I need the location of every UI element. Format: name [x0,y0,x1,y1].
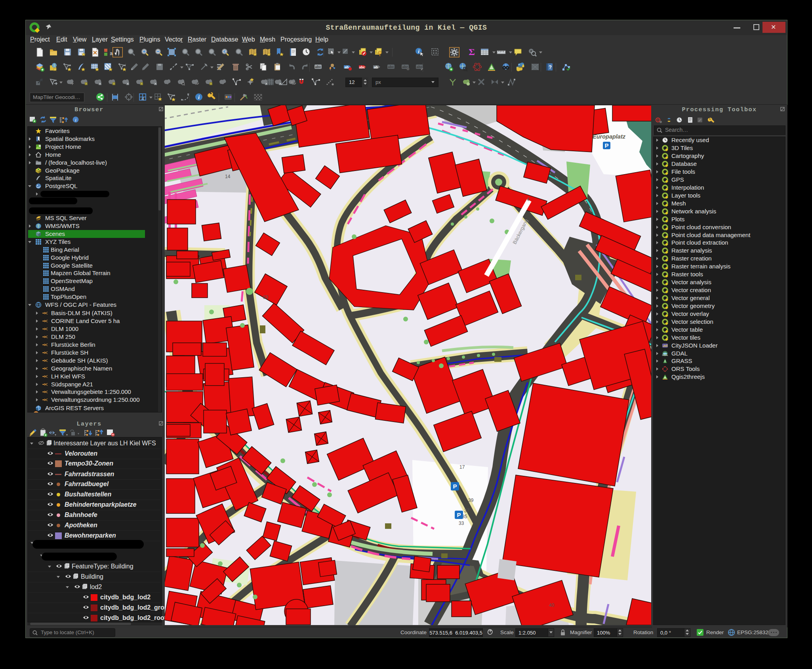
svg-text:33: 33 [459,521,464,526]
svg-text:abc: abc [315,65,321,69]
svg-text:17: 17 [459,464,465,470]
svg-text:P: P [453,483,457,490]
svg-text:abc: abc [388,65,394,69]
svg-text:Σ: Σ [469,47,475,57]
svg-text:abc: abc [416,65,423,69]
svg-text:37: 37 [464,508,470,513]
svg-text:39: 39 [468,498,474,503]
svg-text:abc: abc [359,65,365,69]
svg-text:ab: ab [374,65,378,69]
svg-text:83: 83 [263,295,269,300]
svg-text:i: i [198,94,200,100]
svg-text:i: i [418,48,419,54]
svg-text:4: 4 [527,197,530,202]
svg-text:ab: ab [345,65,349,69]
svg-text:40: 40 [549,602,555,608]
svg-text:Europaplatz: Europaplatz [593,133,626,140]
svg-text:4: 4 [141,96,144,102]
svg-text:14: 14 [225,174,231,179]
svg-text:P: P [457,511,461,518]
svg-text:P: P [604,142,608,149]
svg-text:?: ? [549,64,552,70]
